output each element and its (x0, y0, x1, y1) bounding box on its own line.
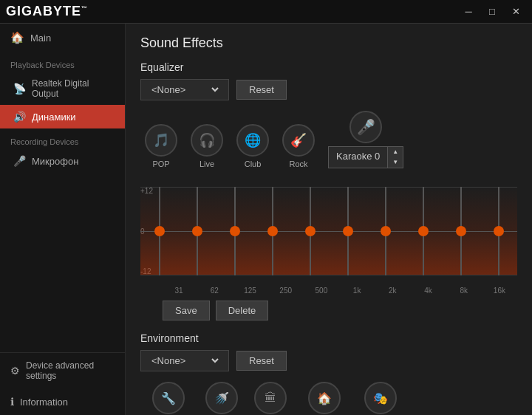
arena-icon: 🏛 (254, 382, 287, 414)
sidebar-item-dynamics[interactable]: 🔊 Динамики (0, 105, 125, 128)
rock-label: Rock (289, 160, 307, 168)
pop-label: POP (152, 160, 169, 168)
app-logo: GIGABYTE™ (6, 4, 88, 19)
effect-live[interactable]: 🎧 Live (191, 124, 223, 168)
equalizer-controls: <None> Reset (140, 79, 517, 100)
club-label: Club (245, 160, 262, 168)
sidebar: 🏠 Main Playback Devices 📡 Realtek Digita… (0, 24, 126, 415)
eq-slider-125 (216, 176, 253, 287)
equalizer-reset-button[interactable]: Reset (236, 80, 287, 100)
eq-freq-labels: 31621252505001k2k4k8k16k (161, 287, 517, 295)
karaoke-icon: 🎤 (349, 111, 382, 143)
eq-effects-row: 🎵 POP 🎧 Live 🌐 Club 🎸 Rock 🎤 Karaoke 0 (140, 111, 517, 168)
eq-graph-container: +12 0 -12 (140, 176, 517, 295)
karaoke-down-button[interactable]: ▼ (388, 157, 403, 168)
eq-slider-handle-16k[interactable] (494, 226, 504, 236)
eq-sliders-row (140, 176, 517, 287)
sidebar-item-microphone[interactable]: 🎤 Микрофон (0, 149, 125, 173)
eq-freq-label-16k: 16k (482, 287, 517, 295)
karaoke-value: Karaoke 0 (328, 146, 388, 168)
environment-title: Environment (140, 332, 517, 344)
eq-slider-62 (178, 176, 216, 287)
sidebar-item-realtek[interactable]: 📡 Realtek Digital Output (0, 72, 125, 105)
eq-slider-250 (253, 176, 291, 287)
effect-sewer-pipe[interactable]: 🔧 Sewer Pipe (148, 382, 189, 415)
eq-freq-label-500: 500 (304, 287, 339, 295)
sidebar-item-device-advanced[interactable]: ⚙ Device advanced settings (0, 353, 126, 388)
karaoke-spinbuttons: ▲ ▼ (388, 146, 403, 168)
eq-delete-button[interactable]: Delete (216, 301, 269, 320)
effect-arena[interactable]: 🏛 Arena (254, 382, 287, 415)
eq-slider-handle-250[interactable] (267, 226, 278, 236)
eq-freq-label-250: 250 (268, 287, 304, 295)
titlebar: GIGABYTE™ ─ □ ✕ (0, 0, 532, 24)
eq-slider-8k (442, 176, 480, 287)
eq-slider-handle-31[interactable] (154, 226, 165, 236)
live-icon: 🎧 (191, 124, 223, 157)
env-effects-row: 🔧 Sewer Pipe 🚿 Bathroom 🏛 Arena 🏠 Stone … (140, 382, 517, 415)
playback-section-label: Playback Devices (0, 52, 125, 72)
eq-slider-handle-4k[interactable] (418, 226, 429, 236)
speaker-icon: 🔊 (13, 111, 26, 123)
info-icon: ℹ (10, 396, 14, 408)
sidebar-item-main[interactable]: 🏠 Main (0, 24, 125, 52)
eq-slider-4k (404, 176, 442, 287)
eq-slider-handle-125[interactable] (230, 226, 240, 236)
equalizer-title: Equalizer (140, 61, 517, 73)
home-icon: 🏠 (10, 31, 24, 44)
bathroom-icon: 🚿 (205, 382, 238, 414)
effect-auditorium[interactable]: 🎭 Auditorium (361, 382, 400, 415)
effect-rock[interactable]: 🎸 Rock (282, 124, 315, 168)
effect-bathroom[interactable]: 🚿 Bathroom (204, 382, 239, 415)
mic-icon: 🎤 (13, 155, 26, 167)
minimize-button[interactable]: ─ (458, 4, 479, 20)
equalizer-preset-dropdown[interactable]: <None> (140, 79, 229, 100)
eq-freq-label-1k: 1k (339, 287, 375, 295)
eq-freq-label-125: 125 (232, 287, 267, 295)
close-button[interactable]: ✕ (505, 4, 526, 20)
eq-actions: Save Delete (163, 301, 517, 320)
eq-slider-500 (291, 176, 329, 287)
page-title: Sound Effects (140, 35, 517, 51)
window-controls: ─ □ ✕ (458, 4, 526, 20)
eq-slider-handle-2k[interactable] (381, 226, 391, 236)
effect-stone-room[interactable]: 🏠 Stone Room (301, 382, 347, 415)
live-label: Live (200, 160, 214, 168)
eq-slider-handle-1k[interactable] (343, 226, 353, 236)
maximize-button[interactable]: □ (482, 4, 502, 20)
karaoke-up-button[interactable]: ▲ (388, 147, 403, 157)
eq-slider-handle-8k[interactable] (456, 226, 466, 236)
eq-visualization (140, 176, 517, 287)
equalizer-preset-select[interactable]: <None> (149, 83, 221, 96)
recording-section-label: Recording Devices (0, 128, 125, 149)
sidebar-item-information[interactable]: ℹ Information (0, 388, 126, 415)
app-layout: 🏠 Main Playback Devices 📡 Realtek Digita… (0, 24, 532, 415)
eq-freq-label-31: 31 (161, 287, 197, 295)
sewer-pipe-icon: 🔧 (152, 382, 185, 414)
eq-save-button[interactable]: Save (163, 301, 210, 320)
stone-room-icon: 🏠 (308, 382, 341, 414)
pop-icon: 🎵 (145, 124, 177, 157)
eq-slider-1k (329, 176, 366, 287)
environment-preset-select[interactable]: <None> (149, 354, 221, 367)
eq-slider-31 (140, 176, 178, 287)
eq-slider-2k (366, 176, 404, 287)
effect-club[interactable]: 🌐 Club (236, 124, 269, 168)
environment-reset-button[interactable]: Reset (236, 351, 287, 371)
club-icon: 🌐 (236, 124, 269, 157)
eq-freq-label-2k: 2k (375, 287, 410, 295)
effect-pop[interactable]: 🎵 POP (145, 124, 177, 168)
eq-slider-handle-500[interactable] (305, 226, 316, 236)
eq-freq-label-8k: 8k (446, 287, 482, 295)
eq-slider-handle-62[interactable] (192, 226, 202, 236)
eq-slider-16k (480, 176, 517, 287)
effect-karaoke: 🎤 Karaoke 0 ▲ ▼ (328, 111, 403, 168)
environment-controls: <None> Reset (140, 350, 517, 371)
main-content: Sound Effects Equalizer <None> Reset 🎵 P… (126, 24, 532, 415)
environment-preset-dropdown[interactable]: <None> (140, 350, 229, 371)
realtek-icon: 📡 (13, 83, 26, 95)
auditorium-icon: 🎭 (364, 382, 397, 414)
sidebar-bottom: ⚙ Device advanced settings ℹ Information (0, 352, 126, 415)
eq-freq-label-62: 62 (197, 287, 232, 295)
karaoke-spinner-group: Karaoke 0 ▲ ▼ (328, 146, 403, 168)
